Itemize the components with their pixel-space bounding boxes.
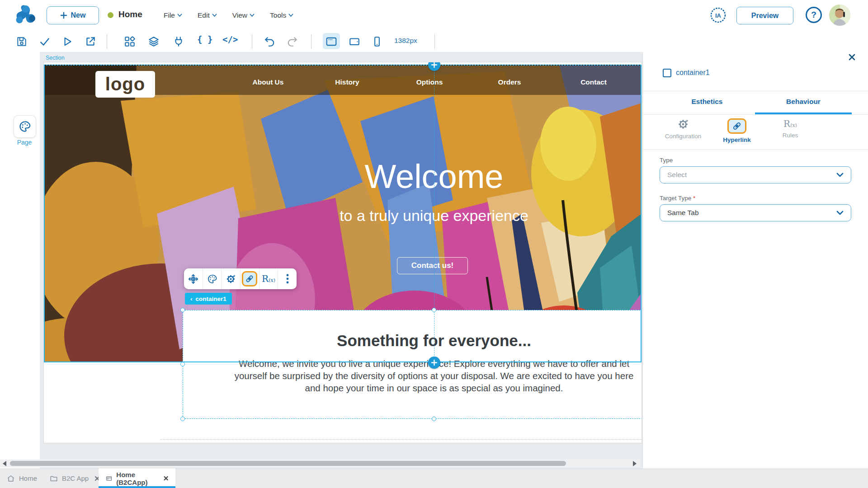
palette-icon bbox=[19, 120, 31, 133]
nav-contact[interactable]: Contact bbox=[580, 78, 607, 86]
left-sidebar: Page bbox=[0, 52, 40, 469]
link-icon bbox=[732, 121, 742, 131]
chevron-down-icon bbox=[250, 14, 255, 17]
new-button-label: New bbox=[71, 11, 86, 19]
hyperlink-highlight-ring bbox=[727, 118, 746, 134]
design-canvas[interactable]: logo About Us History Options Orders Con… bbox=[44, 62, 642, 443]
menu-view[interactable]: View bbox=[232, 11, 255, 19]
undo-icon[interactable] bbox=[264, 36, 275, 47]
resize-handle-bottom-center[interactable] bbox=[432, 417, 436, 421]
braces-icon[interactable]: { } bbox=[197, 34, 212, 44]
plus-icon bbox=[60, 12, 67, 19]
new-button[interactable]: New bbox=[47, 6, 99, 24]
nav-options[interactable]: Options bbox=[416, 78, 443, 86]
viewport-width-value: 1382px bbox=[394, 37, 417, 45]
resize-handle-left-middle[interactable] bbox=[180, 362, 185, 366]
section-label: Section bbox=[46, 55, 65, 61]
page-palette-button[interactable] bbox=[14, 115, 36, 138]
content-paragraph-line: and hope your time in our space is as sp… bbox=[305, 383, 563, 394]
next-section-boundary bbox=[160, 439, 642, 440]
site-logo[interactable]: logo bbox=[95, 71, 155, 98]
rules-rx-icon: R(x) bbox=[783, 118, 797, 129]
save-icon[interactable] bbox=[16, 36, 28, 47]
active-tab-indicator bbox=[755, 113, 852, 114]
panel-close-button[interactable] bbox=[848, 53, 858, 63]
chevron-down-icon bbox=[212, 14, 217, 17]
active-bottom-tab-indicator bbox=[99, 486, 175, 488]
run-play-icon[interactable] bbox=[61, 36, 73, 47]
app-window: New Home File Edit View Tools bbox=[0, 0, 868, 488]
status-dot bbox=[108, 12, 113, 18]
nav-about-us[interactable]: About Us bbox=[253, 78, 284, 86]
chevron-down-icon bbox=[288, 14, 293, 17]
nav-history[interactable]: History bbox=[335, 78, 359, 86]
element-toolbar: R(x) bbox=[184, 268, 297, 289]
container1-element[interactable]: Something for everyone... Welcome, we in… bbox=[183, 310, 642, 419]
close-tab-icon[interactable] bbox=[164, 475, 168, 481]
hyperlink-button-active[interactable] bbox=[241, 268, 259, 289]
menu-bar: File Edit View Tools bbox=[164, 0, 293, 30]
add-element-bottom-handle[interactable] bbox=[428, 357, 440, 369]
validate-check-icon[interactable] bbox=[39, 36, 51, 47]
user-avatar[interactable] bbox=[829, 5, 850, 26]
menu-tools[interactable]: Tools bbox=[270, 11, 293, 19]
integration-plug-icon[interactable] bbox=[173, 36, 184, 47]
device-desktop-icon[interactable] bbox=[326, 36, 337, 47]
device-mobile-icon[interactable] bbox=[371, 36, 383, 47]
gear-sparkle-icon bbox=[677, 118, 689, 130]
tab-behaviour[interactable]: Behaviour bbox=[755, 98, 852, 106]
components-blocks-icon[interactable] bbox=[124, 36, 136, 47]
layers-icon[interactable] bbox=[148, 36, 160, 47]
required-asterisk: * bbox=[693, 195, 695, 202]
chevron-down-icon bbox=[177, 14, 182, 17]
palette-icon bbox=[207, 274, 217, 284]
scroll-right-arrow[interactable] bbox=[633, 461, 637, 466]
plus-icon bbox=[431, 62, 437, 68]
plus-icon bbox=[431, 360, 437, 366]
device-tablet-icon[interactable] bbox=[349, 36, 360, 47]
kebab-menu-icon bbox=[286, 274, 289, 284]
container1-checkbox[interactable] bbox=[663, 69, 671, 77]
type-select[interactable]: Select bbox=[660, 166, 851, 183]
menu-edit[interactable]: Edit bbox=[198, 11, 217, 19]
preview-button[interactable]: Preview bbox=[736, 7, 793, 24]
hero-title: Welcome bbox=[44, 157, 642, 196]
help-button[interactable]: ? bbox=[806, 7, 822, 23]
top-bar: New Home File Edit View Tools bbox=[0, 0, 868, 30]
bottom-tab-b2c-app[interactable]: B2C App bbox=[50, 469, 100, 488]
ia-badge[interactable]: IA bbox=[710, 7, 726, 23]
bottom-tab-home[interactable]: Home bbox=[7, 469, 37, 488]
container1-breadcrumb-chip[interactable]: ‹ container1 bbox=[185, 293, 232, 305]
configuration-button[interactable] bbox=[222, 268, 241, 289]
resize-handle-top-left[interactable] bbox=[180, 308, 185, 312]
toolbar-divider bbox=[107, 34, 107, 49]
menu-file[interactable]: File bbox=[164, 11, 182, 19]
question-mark-icon: ? bbox=[811, 10, 816, 20]
type-select-value: Select bbox=[667, 171, 836, 179]
window-icon bbox=[106, 474, 112, 483]
app-logo-icon[interactable] bbox=[14, 4, 37, 27]
tab-esthetics[interactable]: Esthetics bbox=[659, 98, 755, 106]
svg-text:IA: IA bbox=[715, 12, 722, 19]
horizontal-scrollbar-thumb[interactable] bbox=[10, 461, 566, 466]
export-icon[interactable] bbox=[85, 36, 96, 47]
redo-icon[interactable] bbox=[287, 36, 298, 47]
panel-divider bbox=[642, 114, 868, 115]
contact-us-button[interactable]: Contact us! bbox=[397, 257, 468, 274]
esthetics-button[interactable] bbox=[203, 268, 222, 289]
code-icon[interactable]: </> bbox=[222, 34, 238, 44]
bottom-tab-home-b2capp-active[interactable]: Home (B2CApp) bbox=[99, 469, 175, 488]
page-title: Home bbox=[118, 9, 142, 19]
resize-handle-top-center[interactable] bbox=[432, 308, 436, 312]
scroll-left-arrow[interactable] bbox=[3, 461, 6, 466]
target-type-select[interactable]: Same Tab bbox=[660, 204, 851, 221]
type-field-label: Type bbox=[660, 157, 673, 164]
more-options-button[interactable] bbox=[278, 268, 297, 289]
nav-orders[interactable]: Orders bbox=[498, 78, 521, 86]
subtab-rules[interactable]: R(x) Rules bbox=[759, 118, 822, 139]
rules-button[interactable]: R(x) bbox=[259, 268, 278, 289]
resize-handle-bottom-left[interactable] bbox=[180, 417, 185, 421]
content-heading: Something for everyone... bbox=[183, 332, 642, 350]
move-element-button[interactable] bbox=[184, 268, 203, 289]
panel-divider bbox=[642, 149, 868, 150]
